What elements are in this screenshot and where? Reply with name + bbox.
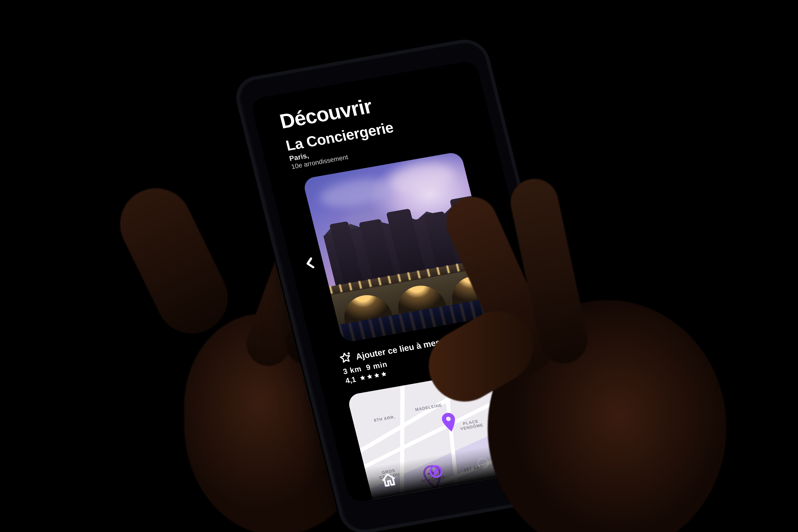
rating-value: 4,1 [344, 375, 357, 385]
compass-icon[interactable] [427, 463, 445, 480]
star-icon [359, 374, 367, 382]
home-icon[interactable] [380, 471, 398, 489]
star-icon [366, 373, 374, 380]
star-icon [380, 370, 388, 378]
scene-photo: Découvrir La Conciergerie Paris, 10e arr… [0, 0, 798, 532]
star-add-icon [339, 352, 353, 366]
chevron-left-icon[interactable] [303, 256, 318, 270]
map-label: 8TH ARR. [374, 415, 396, 423]
star-icon [373, 372, 381, 379]
distance-value: 3 km [342, 364, 362, 376]
right-hand [464, 167, 771, 525]
